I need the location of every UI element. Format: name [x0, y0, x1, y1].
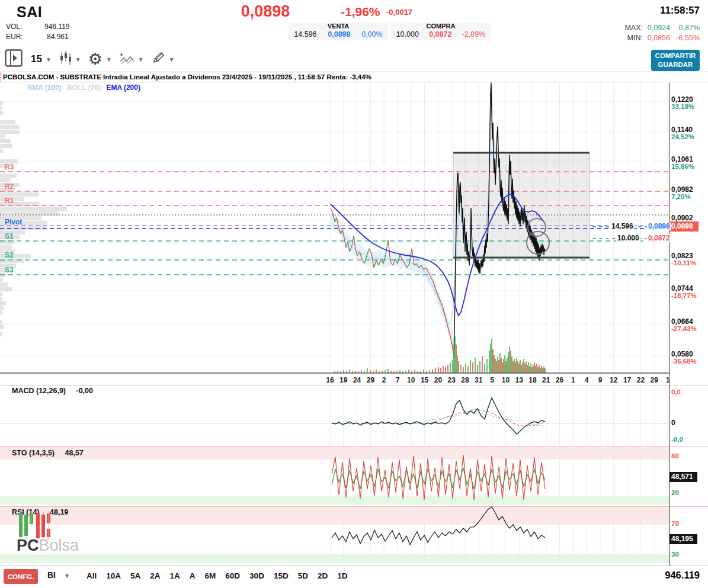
min-pct: -6,55%	[676, 34, 700, 42]
rsi-overbought-zone	[0, 507, 669, 525]
max-pct: 0,87%	[679, 24, 700, 32]
rsi-chart[interactable]	[0, 506, 708, 566]
venta-box: VENTA 14.596 0,0898 0,00%	[289, 23, 388, 40]
stochastic-chart[interactable]	[0, 446, 708, 506]
compra-price[interactable]: 0,0872	[429, 30, 451, 39]
svg-text:+: +	[120, 51, 123, 58]
last-price: 0,0898	[218, 2, 313, 21]
change-percent: -1,96%	[341, 5, 380, 19]
save-label: GUARDAR	[651, 60, 700, 69]
sto-title: STO (14,3,5)	[12, 449, 55, 457]
range-button-All[interactable]: All	[82, 568, 101, 583]
share-label: COMPARTIR	[651, 52, 700, 60]
interval-caret-icon[interactable]: ▼	[46, 56, 52, 63]
volume-profile	[0, 101, 67, 336]
config-button[interactable]: CONFG.	[4, 569, 38, 584]
range-button-2A[interactable]: 2A	[145, 568, 165, 583]
panel-toggle-icon[interactable]	[5, 49, 23, 69]
chart-type-icon[interactable]	[59, 51, 72, 68]
range-button-2D[interactable]: 2D	[313, 568, 332, 583]
eur-label: EUR:	[6, 33, 23, 41]
logo-pc: PC	[17, 536, 39, 554]
compra-title: COMPRA	[391, 23, 491, 30]
vol-label: VOL:	[6, 23, 22, 31]
range-button-10A[interactable]: 10A	[101, 568, 126, 583]
macd-chart[interactable]	[0, 385, 708, 446]
rsi-oversold-zone	[0, 554, 669, 563]
draw-caret-icon[interactable]: ▼	[169, 56, 175, 63]
chart-toolbar: 15 ▼ ▼ ⚙ ▼ + ▼ ▼	[5, 49, 182, 70]
range-button-30D[interactable]: 30D	[245, 568, 269, 583]
main-price-chart[interactable]	[0, 82, 708, 385]
macd-title: MACD (12,26,9)	[12, 387, 66, 395]
add-indicator-icon[interactable]: +	[119, 51, 134, 68]
logo-bolsa: Bolsa	[39, 536, 79, 554]
range-button-1D[interactable]: 1D	[332, 568, 352, 583]
clock: 11:58:57	[660, 5, 700, 17]
venta-price[interactable]: 0,0898	[328, 30, 350, 39]
chart-type-caret-icon[interactable]: ▼	[75, 56, 81, 63]
venta-qty: 14.596	[294, 30, 316, 39]
pcbolsa-logo-text: PCBolsa	[17, 536, 79, 555]
sto-value: 48,57	[65, 449, 84, 457]
range-button-5D[interactable]: 5D	[293, 568, 313, 583]
max-label: MAX:	[624, 24, 643, 32]
max-price: 0,0924	[648, 24, 670, 32]
range-button-5A[interactable]: 5A	[126, 568, 145, 583]
share-save-button[interactable]: COMPARTIR GUARDAR	[651, 50, 700, 71]
min-label: MIN:	[627, 34, 643, 42]
min-price: 0,0856	[648, 34, 670, 42]
range-button-1A[interactable]: 1A	[165, 568, 185, 583]
volume-bars	[334, 336, 546, 373]
sto-k-line	[332, 455, 545, 500]
compra-qty: 10.000	[396, 30, 419, 39]
add-indicator-caret-icon[interactable]: ▼	[138, 56, 144, 63]
trading-app: SAI VOL: 946.119 EUR: 84.961 0,0898 -1,9…	[0, 0, 708, 588]
settings-caret-icon[interactable]: ▼	[106, 56, 112, 63]
vertical-gridlines	[330, 385, 668, 445]
range-buttons: All10A5A2A1AA6M60D30D15D5D2D1D	[82, 568, 352, 583]
symbol-title: SAI	[17, 4, 42, 21]
mode-selector[interactable]: BI ▼	[47, 570, 77, 580]
range-button-60D[interactable]: 60D	[220, 568, 245, 583]
compra-pct: -2,89%	[462, 30, 486, 39]
mode-label: BI	[47, 570, 56, 580]
macd-header: MACD (12,26,9) -0,00	[12, 387, 93, 395]
venta-title: VENTA	[289, 23, 388, 30]
compra-box: COMPRA 10.000 0,0872 -2,89%	[391, 23, 491, 40]
sto-header: STO (14,3,5) 48,57	[12, 449, 84, 457]
bollinger-band	[331, 210, 454, 353]
sto-d-line	[332, 468, 545, 489]
sto-oversold-zone	[0, 496, 669, 505]
settings-gear-icon[interactable]: ⚙	[88, 52, 102, 68]
range-button-A[interactable]: A	[185, 568, 200, 583]
mode-caret-icon: ▼	[64, 573, 70, 579]
venta-pct: 0,00%	[361, 30, 382, 39]
draw-pencil-icon[interactable]	[151, 51, 165, 68]
chart-title: PCBOLSA.COM - SUBSTRATE Intradia Lineal …	[0, 72, 708, 82]
eur-value: 84.961	[47, 33, 69, 41]
change-absolute: -0,0017	[386, 8, 412, 17]
macd-value: -0,00	[76, 387, 93, 395]
session-volume: 946.119	[665, 570, 700, 581]
interval-selector[interactable]: 15	[31, 53, 42, 65]
vol-value: 946.119	[44, 23, 70, 31]
range-button-15D[interactable]: 15D	[269, 568, 293, 583]
range-button-6M[interactable]: 6M	[200, 568, 221, 583]
macd-line	[332, 398, 545, 434]
sto-overbought-zone	[0, 446, 669, 460]
